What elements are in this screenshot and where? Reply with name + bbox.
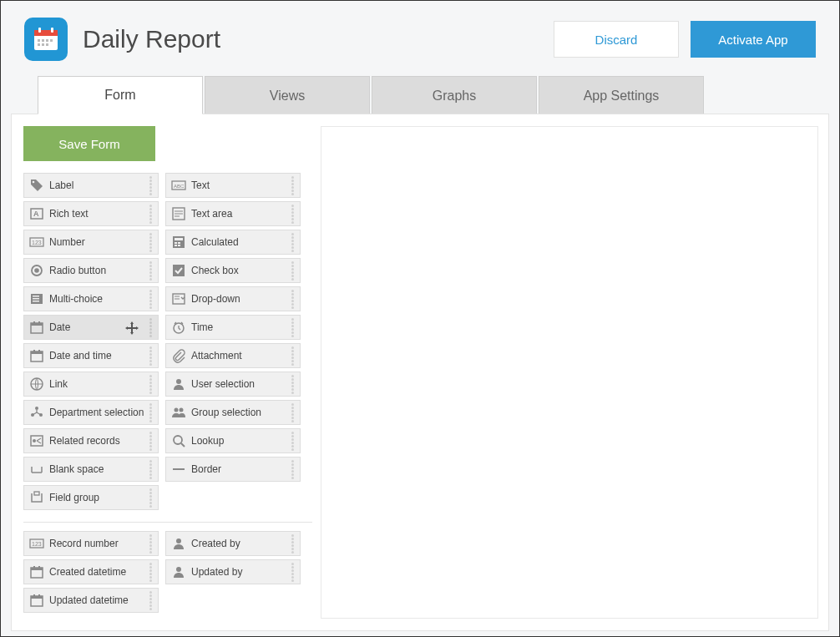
field-label: Border bbox=[191, 463, 288, 475]
page-title: Daily Report bbox=[83, 25, 554, 53]
svg-rect-66 bbox=[33, 566, 35, 569]
discard-button[interactable]: Discard bbox=[554, 21, 679, 58]
svg-rect-51 bbox=[173, 265, 185, 276]
svg-point-37 bbox=[33, 439, 36, 442]
svg-text:A: A bbox=[33, 210, 39, 218]
field-label: Radio button bbox=[49, 265, 146, 276]
textarea-icon bbox=[171, 206, 186, 221]
svg-rect-1 bbox=[34, 30, 58, 36]
svg-rect-21 bbox=[33, 301, 39, 302]
field-item-attachment[interactable]: Attachment bbox=[165, 343, 301, 368]
field-item-created-by[interactable]: Created by bbox=[165, 531, 301, 556]
field-item-radio-button[interactable]: Radio button bbox=[23, 258, 159, 283]
field-item-calculated[interactable]: Calculated bbox=[165, 230, 301, 255]
svg-text:123: 123 bbox=[32, 240, 42, 245]
drag-handle-icon bbox=[288, 460, 296, 479]
activate-app-button[interactable]: Activate App bbox=[691, 21, 816, 58]
field-label: Rich text bbox=[49, 208, 146, 220]
field-item-multi-choice[interactable]: Multi-choice bbox=[23, 286, 159, 311]
form-canvas[interactable] bbox=[321, 126, 818, 619]
svg-rect-69 bbox=[31, 596, 43, 599]
checkbox-icon bbox=[171, 263, 186, 278]
tab-bar: Form Views Graphs App Settings bbox=[1, 76, 839, 114]
svg-rect-29 bbox=[31, 351, 43, 354]
field-item-label[interactable]: Label bbox=[23, 173, 159, 198]
field-item-department-selection[interactable]: Department selection bbox=[23, 400, 159, 425]
svg-rect-48 bbox=[178, 242, 180, 244]
tag-icon bbox=[29, 178, 44, 193]
svg-rect-67 bbox=[38, 566, 40, 569]
svg-rect-49 bbox=[175, 245, 177, 246]
move-cursor-icon bbox=[124, 321, 139, 338]
field-label: Updated by bbox=[191, 566, 288, 578]
drag-handle-icon bbox=[146, 534, 154, 554]
tab-form[interactable]: Form bbox=[38, 76, 203, 114]
svg-point-56 bbox=[176, 379, 181, 384]
field-item-text-area[interactable]: Text area bbox=[165, 201, 301, 226]
svg-rect-5 bbox=[42, 39, 44, 42]
user-icon bbox=[171, 536, 186, 551]
field-label: User selection bbox=[191, 378, 288, 390]
field-item-border[interactable]: Border bbox=[165, 457, 301, 482]
svg-rect-10 bbox=[46, 43, 48, 46]
multichoice-icon bbox=[29, 291, 44, 306]
field-item-number[interactable]: 123 Number bbox=[23, 230, 159, 255]
field-item-updated-by[interactable]: Updated by bbox=[165, 559, 301, 584]
field-item-text[interactable]: ABC Text bbox=[165, 173, 301, 198]
field-label: Label bbox=[49, 179, 146, 191]
svg-point-72 bbox=[176, 538, 181, 543]
field-label: Text bbox=[191, 179, 288, 191]
time-icon bbox=[171, 320, 186, 335]
svg-text:123: 123 bbox=[32, 541, 42, 547]
field-item-check-box[interactable]: Check box bbox=[165, 258, 301, 283]
field-item-user-selection[interactable]: User selection bbox=[165, 372, 301, 397]
field-item-time[interactable]: Time bbox=[165, 315, 301, 340]
field-item-link[interactable]: Link bbox=[23, 372, 159, 397]
drag-handle-icon bbox=[146, 563, 154, 582]
drag-handle-icon bbox=[146, 205, 154, 224]
field-item-date-and-time[interactable]: Date and time bbox=[23, 343, 159, 368]
field-item-related-records[interactable]: Related records bbox=[23, 428, 159, 453]
group-icon bbox=[171, 405, 186, 420]
drag-handle-icon bbox=[146, 318, 154, 337]
svg-rect-20 bbox=[33, 298, 39, 300]
tab-graphs[interactable]: Graphs bbox=[372, 76, 537, 114]
field-item-date[interactable]: Date bbox=[23, 315, 159, 340]
field-item-blank-space[interactable]: Blank space bbox=[23, 457, 159, 482]
field-item-group-selection[interactable]: Group selection bbox=[165, 400, 301, 425]
field-item-updated-datetime[interactable]: Updated datetime bbox=[23, 588, 159, 613]
svg-rect-24 bbox=[33, 321, 35, 324]
drag-handle-icon bbox=[146, 346, 154, 366]
datetime-icon bbox=[29, 348, 44, 363]
field-item-lookup[interactable]: Lookup bbox=[165, 428, 301, 453]
department-icon bbox=[29, 405, 44, 420]
svg-point-11 bbox=[33, 181, 35, 184]
field-item-record-number[interactable]: 123 Record number bbox=[23, 531, 159, 556]
drag-handle-icon bbox=[146, 432, 154, 451]
drag-handle-icon bbox=[146, 591, 154, 610]
svg-rect-65 bbox=[31, 568, 43, 570]
svg-point-59 bbox=[174, 436, 182, 444]
field-label: Number bbox=[49, 236, 146, 248]
tab-app-settings[interactable]: App Settings bbox=[539, 76, 704, 114]
svg-point-73 bbox=[176, 567, 181, 572]
field-item-created-datetime[interactable]: Created datetime bbox=[23, 559, 159, 584]
save-form-button[interactable]: Save Form bbox=[23, 126, 155, 161]
drag-handle-icon bbox=[288, 205, 296, 224]
drag-handle-icon bbox=[288, 375, 296, 394]
drag-handle-icon bbox=[288, 432, 296, 451]
field-item-drop-down[interactable]: Drop-down bbox=[165, 286, 301, 311]
svg-rect-7 bbox=[50, 39, 53, 42]
field-item-field-group[interactable]: Field group bbox=[23, 485, 159, 510]
field-label: Related records bbox=[49, 435, 146, 447]
tab-views[interactable]: Views bbox=[205, 76, 370, 114]
datetime-icon bbox=[29, 564, 44, 579]
field-label: Blank space bbox=[49, 463, 146, 475]
field-item-rich-text[interactable]: A Rich text bbox=[23, 201, 159, 226]
related-icon bbox=[29, 433, 44, 448]
number-icon: 123 bbox=[29, 235, 44, 250]
number-icon: 123 bbox=[29, 536, 44, 551]
svg-rect-46 bbox=[175, 238, 183, 240]
field-label: Updated datetime bbox=[49, 594, 146, 606]
drag-handle-icon bbox=[288, 261, 296, 281]
